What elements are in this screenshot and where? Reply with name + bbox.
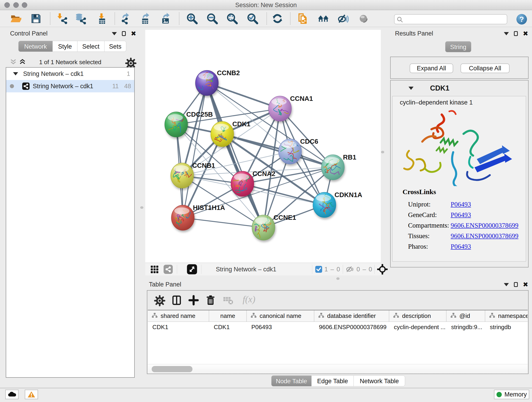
table-cell[interactable]: stringdb:9... <box>447 324 485 331</box>
status-bar: Memory <box>0 388 532 402</box>
table-cell[interactable]: P06493 <box>247 324 314 331</box>
network-collection-row[interactable]: String Network – cdk1 1 <box>6 68 134 80</box>
results-panel-menu-caret-icon[interactable] <box>504 32 509 35</box>
move-crosshair-icon[interactable] <box>377 264 388 274</box>
network-node-CDC25B[interactable]: CDC25B <box>165 111 213 137</box>
crosslink-link[interactable]: P06493 <box>451 201 471 208</box>
right-splitter-handle[interactable] <box>381 151 384 153</box>
import-table-file-icon[interactable] <box>96 13 108 24</box>
network-node-CCNA1[interactable]: CCNA1 <box>268 95 313 121</box>
toolbar-separator <box>179 12 179 25</box>
table-hscrollbar-thumb[interactable] <box>152 366 192 372</box>
left-splitter-handle[interactable] <box>140 206 143 209</box>
selected-checkbox-icon[interactable] <box>315 266 322 273</box>
column-label: canonical name <box>260 313 301 319</box>
eye-slash-icon[interactable] <box>337 13 349 24</box>
column-header-shared-name[interactable]: shared name <box>148 310 209 322</box>
tab-sets[interactable]: Sets <box>104 41 126 52</box>
memory-status-dot-icon <box>496 392 502 397</box>
tab-select[interactable]: Select <box>77 41 104 52</box>
tab-node-table[interactable]: Node Table <box>271 375 312 386</box>
zoom-in-icon[interactable] <box>186 13 198 24</box>
node-label-HIST1H1A: HIST1H1A <box>193 204 225 211</box>
table-cell[interactable]: CDK1 <box>209 324 247 331</box>
column-header-@id[interactable]: @id <box>447 310 485 322</box>
protein-structure-image <box>395 108 523 187</box>
crosslink-link[interactable]: P06493 <box>451 211 471 219</box>
table-hscrollbar[interactable] <box>148 364 528 374</box>
node-label-CCNA1: CCNA1 <box>290 95 313 102</box>
import-network-file-icon[interactable] <box>56 13 68 24</box>
table-cell[interactable]: CDK1 <box>148 324 209 331</box>
bottom-splitter-handle[interactable] <box>336 277 340 280</box>
crosslink-link[interactable]: 9606.ENSP00000378699 <box>451 232 519 240</box>
network-node-CDKN1A[interactable]: CDKN1A <box>313 191 362 217</box>
column-header-description[interactable]: description <box>389 310 447 322</box>
network-node-HIST1H1A[interactable]: HIST1H1A <box>171 204 225 230</box>
delete-column-trash-icon[interactable] <box>205 295 217 307</box>
tab-style[interactable]: Style <box>53 41 77 52</box>
control-panel-close-icon[interactable]: ✖ <box>131 32 136 36</box>
network-node-RB1[interactable]: RB1 <box>321 153 356 180</box>
share-documents-icon[interactable] <box>297 13 309 24</box>
add-column-icon[interactable] <box>188 295 200 307</box>
table-gear-icon[interactable] <box>154 295 166 307</box>
table-panel-close-icon[interactable]: ✖ <box>523 282 528 287</box>
network-node-CDK1[interactable]: CDK1 <box>211 120 250 147</box>
network-row[interactable]: String Network – cdk1 11 48 <box>6 80 134 92</box>
houses-icon[interactable] <box>317 13 329 24</box>
memory-button[interactable]: Memory <box>494 390 529 399</box>
export-image-icon[interactable] <box>160 13 171 24</box>
gene-collapse-caret-icon[interactable] <box>409 87 413 90</box>
export-network-icon[interactable] <box>120 13 131 24</box>
import-network-database-icon[interactable] <box>75 13 86 24</box>
table-cell[interactable]: 9606.ENSP00000378699 <box>314 324 389 331</box>
collapse-all-button[interactable]: Collapse All <box>461 64 510 73</box>
help-button[interactable]: ? <box>516 14 527 25</box>
network-node-CCNB1[interactable]: CCNB1 <box>171 162 215 188</box>
zoom-fit-icon[interactable] <box>226 13 238 24</box>
zoom-out-icon[interactable] <box>206 13 218 24</box>
column-header-database-identifier[interactable]: database identifier <box>314 310 389 322</box>
network-canvas[interactable]: CCNB2CCNA1CDC25BCDK1CDC6RB1CCNB1CCNA2CDK… <box>145 30 381 263</box>
open-session-icon[interactable] <box>10 13 21 24</box>
table-panel-float-icon[interactable] <box>514 282 518 287</box>
tab-network[interactable]: Network <box>18 41 53 52</box>
results-panel-close-icon[interactable]: ✖ <box>523 32 528 36</box>
results-panel-float-icon[interactable] <box>514 31 518 36</box>
network-node-CCNE1[interactable]: CCNE1 <box>252 214 296 240</box>
tab-string[interactable]: String <box>445 41 471 52</box>
save-session-icon[interactable] <box>30 13 42 24</box>
table-row[interactable]: CDK1CDK1P064939606.ENSP00000378699cyclin… <box>148 322 528 332</box>
table-cell[interactable]: cyclin-dependent ... <box>389 324 447 331</box>
refresh-icon[interactable] <box>272 13 283 24</box>
tab-network-table[interactable]: Network Table <box>354 375 405 386</box>
zoom-selected-icon[interactable] <box>247 13 258 24</box>
grid-view-icon[interactable] <box>150 265 158 274</box>
control-panel-menu-caret-icon[interactable] <box>112 32 117 35</box>
share-view-icon[interactable] <box>164 265 173 274</box>
crosslinks-title: CrossLinks <box>403 188 436 196</box>
column-header-canonical-name[interactable]: canonical name <box>247 310 314 322</box>
search-field[interactable] <box>394 14 507 24</box>
column-header-namespace[interactable]: namespace <box>485 310 528 322</box>
table-panel-menu-caret-icon[interactable] <box>504 283 509 286</box>
search-input[interactable] <box>405 15 505 23</box>
column-label: @id <box>459 313 470 319</box>
table-panel-box: f(x) shared namenamecanonical namedataba… <box>147 290 529 374</box>
crosslink-link[interactable]: 9606.ENSP00000378699 <box>451 222 519 229</box>
window-title: Session: New Session <box>0 0 532 10</box>
tab-edge-table[interactable]: Edge Table <box>312 375 354 386</box>
export-table-icon[interactable] <box>139 13 151 24</box>
collection-expand-caret-icon[interactable] <box>13 72 18 75</box>
show-columns-icon[interactable] <box>171 295 183 307</box>
expand-all-button[interactable]: Expand All <box>410 64 453 73</box>
control-panel-float-icon[interactable] <box>122 31 126 36</box>
column-header-name[interactable]: name <box>209 310 247 322</box>
warnings-button[interactable] <box>25 390 38 399</box>
crosslink-link[interactable]: P06493 <box>451 243 471 250</box>
birdseye-view-icon[interactable] <box>187 264 197 274</box>
table-cell[interactable]: stringdb <box>485 324 528 331</box>
cloud-button[interactable] <box>5 390 19 399</box>
eye-gray-icon[interactable] <box>358 13 369 24</box>
